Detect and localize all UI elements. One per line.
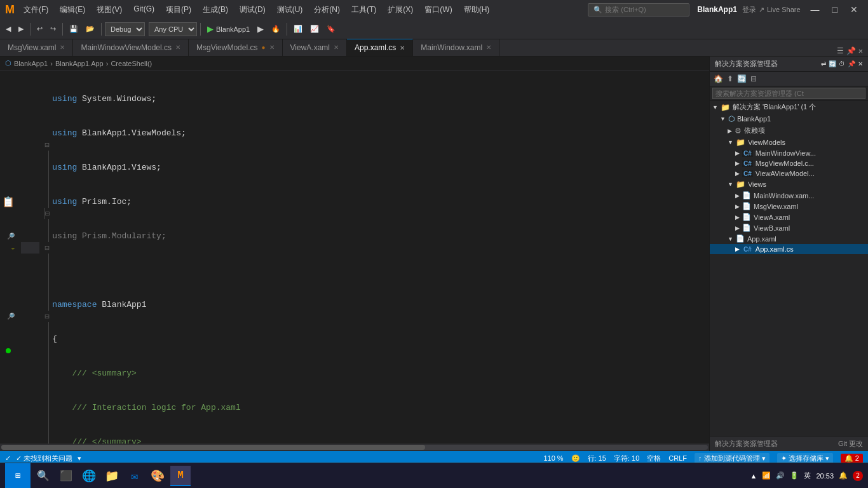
- debug-mode-dropdown[interactable]: Debug: [105, 22, 145, 36]
- se-refresh-button[interactable]: 🔄: [829, 60, 836, 67]
- h-scrollbar-thumb[interactable]: [1, 445, 425, 450]
- se-sync-button[interactable]: ⇄: [821, 60, 826, 67]
- se-pin-button[interactable]: 📌: [848, 60, 855, 67]
- editor-content[interactable]: 📋 🔎 ✏ 🔎: [0, 71, 709, 444]
- taskview-icon[interactable]: ⬛: [56, 466, 76, 486]
- se-up-button[interactable]: ⬆: [726, 73, 735, 85]
- menu-project[interactable]: 项目(P): [161, 3, 196, 17]
- more-tools-button[interactable]: 📊: [290, 23, 306, 35]
- cpu-dropdown[interactable]: Any CPU: [149, 22, 197, 36]
- h-scrollbar[interactable]: [0, 444, 709, 451]
- menu-view[interactable]: 视图(V): [92, 3, 127, 17]
- se-msgviewmodel[interactable]: ▶ C# MsgViewModel.c...: [710, 158, 868, 168]
- zoom-level[interactable]: 110 %: [543, 454, 563, 462]
- save-button[interactable]: 💾: [66, 23, 81, 35]
- attach-button[interactable]: ▶: [254, 22, 267, 36]
- menu-debug[interactable]: 调试(D): [234, 3, 271, 17]
- se-close-button[interactable]: ✕: [858, 60, 863, 67]
- start-button[interactable]: ⊞: [5, 463, 31, 489]
- menu-help[interactable]: 帮助(H): [459, 3, 495, 17]
- login-button[interactable]: 登录: [742, 5, 756, 15]
- tab-viewa-xaml[interactable]: ViewA.xaml ✕: [283, 39, 347, 56]
- notifications-icon[interactable]: 🔔: [839, 471, 848, 480]
- error-badge[interactable]: 🔔 2: [841, 454, 863, 463]
- menu-build[interactable]: 生成(B): [198, 3, 233, 17]
- tab-mainwindow-viewmodel[interactable]: MainWindowViewModel.cs ✕: [73, 39, 189, 56]
- menu-test[interactable]: 测试(U): [272, 3, 308, 17]
- se-viewa-viewmodel[interactable]: ▶ C# ViewAViewModel...: [710, 168, 868, 179]
- se-project-blankapp1[interactable]: ▼ ⬡ BlankApp1: [710, 113, 868, 125]
- breadcrumb-class[interactable]: BlankApp1.App: [55, 60, 104, 67]
- minimize-button[interactable]: —: [806, 4, 825, 15]
- open-button[interactable]: 📂: [83, 23, 98, 35]
- explorer-icon[interactable]: 📁: [102, 466, 122, 486]
- menu-edit[interactable]: 编辑(E): [55, 3, 90, 17]
- menu-extensions[interactable]: 扩展(X): [383, 3, 418, 17]
- code-view[interactable]: ⊟ ⊟ ⊟: [16, 71, 709, 444]
- tab-close-icon[interactable]: ✕: [269, 44, 275, 51]
- bookmark-button[interactable]: 🔖: [323, 23, 339, 35]
- se-history-button[interactable]: ⏱: [839, 60, 845, 67]
- menu-window[interactable]: 窗口(W): [419, 3, 457, 17]
- se-viewmodels-folder[interactable]: ▼ 📁 ViewModels: [710, 137, 868, 148]
- back-button[interactable]: ◀: [3, 23, 14, 35]
- se-refresh-btn[interactable]: 🔄: [736, 73, 748, 85]
- collapse-namespace[interactable]: ⊟: [44, 139, 50, 151]
- se-home-button[interactable]: 🏠: [712, 73, 724, 85]
- tab-close-icon[interactable]: ✕: [175, 44, 180, 51]
- tab-app-xaml-cs[interactable]: App.xaml.cs ✕: [347, 39, 413, 56]
- edge-icon[interactable]: 🌐: [79, 466, 99, 486]
- h-scrollbar-track[interactable]: [1, 445, 708, 450]
- tray-up-arrow[interactable]: ▲: [750, 472, 757, 480]
- status-check-button[interactable]: ▾: [78, 454, 81, 463]
- menu-git[interactable]: Git(G): [128, 3, 159, 17]
- hot-reload-button[interactable]: 🔥: [268, 23, 283, 35]
- collapse-create-shell[interactable]: ⊟: [44, 242, 50, 254]
- se-mainwindow-viewmodel[interactable]: ▶ C# MainWindowView...: [710, 148, 868, 158]
- se-search-input[interactable]: [712, 88, 865, 99]
- redo-button[interactable]: ↪: [47, 23, 59, 35]
- breadcrumb-method[interactable]: CreateShell(): [111, 60, 152, 67]
- se-views-folder[interactable]: ▼ 📁 Views: [710, 179, 868, 190]
- live-share-button[interactable]: ↗ Live Share: [759, 6, 801, 14]
- tab-close-icon[interactable]: ✕: [486, 44, 491, 51]
- se-deps[interactable]: ▶ ⚙ 依赖项: [710, 125, 868, 137]
- tab-mainwindow-xaml[interactable]: MainWindow.xaml ✕: [413, 39, 499, 56]
- se-msgview-xaml[interactable]: ▶ 📄 MsgView.xaml: [710, 201, 868, 212]
- tab-close-icon[interactable]: ✕: [400, 44, 405, 51]
- se-solution-root[interactable]: ▼ 📁 解决方案 'BlankApp1' (1 个: [710, 101, 868, 113]
- close-panel-button[interactable]: ✕: [858, 46, 863, 56]
- code-text[interactable]: using System.Windows; using BlankApp1.Vi…: [50, 71, 709, 444]
- forward-button[interactable]: ▶: [15, 23, 27, 35]
- menu-tools[interactable]: 工具(T): [346, 3, 381, 17]
- tab-close-icon[interactable]: ✕: [60, 44, 65, 51]
- se-viewb-xaml[interactable]: ▶ 📄 ViewB.xaml: [710, 222, 868, 233]
- run-button[interactable]: ▶ BlankApp1: [204, 22, 253, 36]
- undo-button[interactable]: ↩: [34, 23, 46, 35]
- git-button[interactable]: ✦ 选择存储库 ▾: [777, 453, 833, 464]
- tab-msgviewmodel[interactable]: MsgViewModel.cs ● ✕: [189, 39, 283, 56]
- se-app-xaml[interactable]: ▼ 📄 App.xaml: [710, 233, 868, 244]
- menu-file[interactable]: 文件(F): [18, 3, 53, 17]
- menu-analyze[interactable]: 分析(N): [309, 3, 345, 17]
- collapse-register-types[interactable]: ⊟: [44, 311, 50, 322]
- maximize-button[interactable]: □: [827, 4, 843, 15]
- tab-msgview-xaml[interactable]: MsgView.xaml ✕: [0, 39, 73, 56]
- tab-close-icon[interactable]: ✕: [334, 44, 339, 51]
- search-taskbar-icon[interactable]: 🔍: [33, 466, 53, 486]
- se-viewa-xaml[interactable]: ▶ 📄 ViewA.xaml: [710, 212, 868, 222]
- breadcrumb-project[interactable]: BlankApp1: [14, 60, 48, 67]
- auto-hide-button[interactable]: 📌: [846, 46, 856, 56]
- mail-icon[interactable]: ✉: [125, 466, 145, 486]
- se-collapse-btn[interactable]: ⊟: [749, 73, 758, 85]
- close-button[interactable]: ✕: [845, 4, 863, 15]
- diagnostic-button[interactable]: 📈: [307, 23, 322, 35]
- tab-list-button[interactable]: ☰: [837, 46, 844, 56]
- se-app-xaml-cs[interactable]: ▶ C# App.xaml.cs: [710, 244, 868, 254]
- vs-taskbar-icon[interactable]: M: [170, 466, 191, 486]
- se-mainwindow-xaml[interactable]: ▶ 📄 MainWindow.xam...: [710, 190, 868, 201]
- paint-icon[interactable]: 🎨: [147, 466, 168, 486]
- collapse-class[interactable]: ⊟: [44, 208, 50, 219]
- add-source-button[interactable]: ↑ 添加到源代码管理 ▾: [695, 453, 770, 464]
- global-search[interactable]: 🔍 搜索 (Ctrl+Q): [588, 3, 689, 17]
